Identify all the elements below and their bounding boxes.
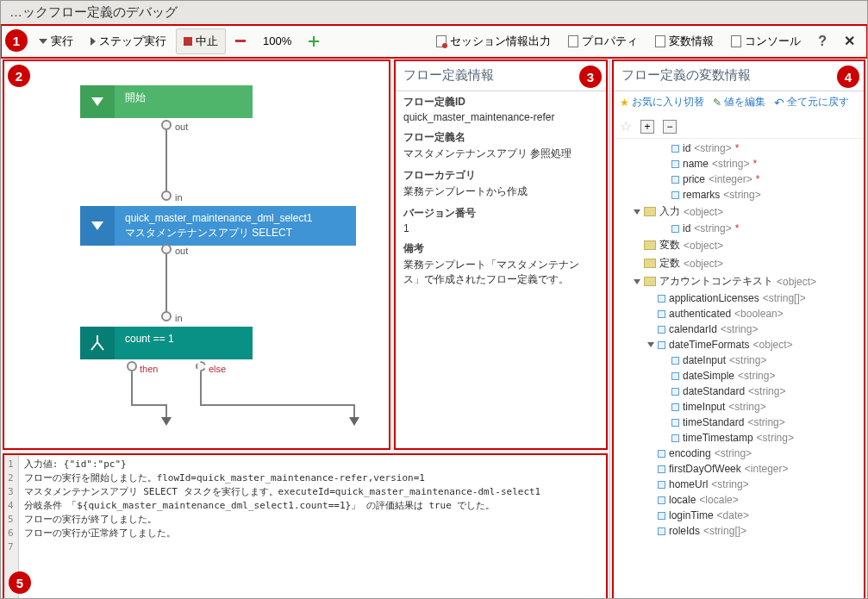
session-button[interactable]: セッション情報出力 — [428, 28, 559, 54]
field-icon — [671, 419, 679, 427]
tree-item[interactable]: timeStandard <string> — [613, 415, 865, 430]
connector[interactable] — [127, 361, 137, 371]
connector[interactable] — [196, 361, 206, 371]
collapse-all-button[interactable]: − — [663, 120, 677, 134]
field-icon — [658, 465, 665, 473]
tree-item[interactable]: name <string> * — [613, 156, 865, 172]
connector[interactable] — [161, 120, 172, 130]
variable-tree[interactable]: id <string> *name <string> *price <integ… — [613, 139, 865, 599]
zoom-out-button[interactable] — [228, 34, 253, 47]
field-icon — [658, 481, 665, 489]
dropdown-icon — [39, 39, 47, 44]
reset-all-link[interactable]: ↶全て元に戻す — [774, 95, 849, 109]
annotation-1: 1 — [5, 29, 28, 52]
flow-line — [131, 371, 133, 406]
tree-item[interactable]: encoding <string> — [613, 446, 865, 461]
annotation-4: 4 — [837, 66, 859, 88]
folder-icon — [644, 277, 656, 286]
port-out: out — [175, 122, 188, 132]
zoom-level[interactable]: 100% — [255, 29, 299, 53]
tree-item[interactable]: dateStandard <string> — [613, 384, 865, 399]
field-icon — [658, 341, 665, 349]
annotation-5: 5 — [9, 571, 31, 594]
variables-panel: 4 フロー定義の変数情報 ★お気に入り切替 ✎値を編集 ↶全て元に戻す ☆ + … — [612, 59, 865, 599]
arrow-head — [161, 417, 172, 426]
properties-icon — [568, 35, 578, 47]
node-select[interactable]: quick_master_maintenance_dml_select1マスタメ… — [80, 206, 356, 246]
flow-line — [200, 404, 355, 406]
tree-item[interactable]: id <string> * — [613, 221, 865, 236]
field-icon — [658, 496, 665, 504]
tree-item[interactable]: dateTimeFormats <object> — [613, 337, 865, 353]
port-then: then — [140, 364, 158, 374]
tree-item[interactable]: locale <locale> — [613, 492, 865, 508]
tree-item[interactable]: loginTime <date> — [613, 508, 865, 523]
tree-item[interactable]: アカウントコンテキスト <object> — [613, 272, 865, 290]
zoom-in-button[interactable] — [301, 31, 327, 52]
field-icon — [671, 388, 679, 396]
tree-twisty[interactable] — [647, 342, 654, 347]
port-in: in — [175, 192, 183, 203]
annotation-3: 3 — [579, 66, 602, 88]
step-icon — [91, 37, 96, 46]
tree-twisty[interactable] — [634, 209, 640, 215]
folder-icon — [644, 259, 656, 268]
tree-item[interactable]: dateSimple <string> — [613, 368, 865, 384]
tree-twisty[interactable] — [634, 279, 640, 284]
console-button[interactable]: コンソール — [723, 28, 809, 54]
edit-value-link[interactable]: ✎値を編集 — [713, 95, 765, 109]
folder-icon — [644, 240, 656, 250]
connector[interactable] — [161, 244, 172, 254]
tree-item[interactable]: 変数 <object> — [613, 236, 865, 254]
close-icon: ✕ — [844, 33, 855, 49]
stop-button[interactable]: 中止 — [176, 28, 226, 54]
field-icon — [671, 145, 679, 153]
tree-item[interactable]: id <string> * — [613, 140, 865, 156]
tree-item[interactable]: remarks <string> — [613, 187, 865, 203]
pencil-icon: ✎ — [713, 97, 721, 109]
connector[interactable] — [161, 190, 172, 201]
field-icon — [658, 512, 665, 520]
help-button[interactable]: ? — [810, 28, 834, 54]
tree-item[interactable]: homeUrl <string> — [613, 477, 865, 492]
tree-item[interactable]: timeTimestamp <string> — [613, 430, 865, 446]
session-icon — [436, 35, 446, 47]
star-outline-icon[interactable]: ☆ — [620, 118, 632, 134]
flow-info-panel: 3 フロー定義情報 フロー定義IDquick_master_maintenanc… — [394, 59, 608, 450]
tree-item[interactable]: roleIds <string[]> — [613, 523, 865, 539]
flow-line — [131, 404, 167, 406]
step-button[interactable]: ステップ実行 — [83, 28, 174, 54]
flow-canvas[interactable]: 2 開始 out in quick_master_maintena — [3, 59, 390, 450]
field-icon — [671, 160, 679, 168]
node-start[interactable]: 開始 — [80, 85, 253, 118]
tree-item[interactable]: timeInput <string> — [613, 399, 865, 415]
console-body[interactable]: 入力値: {"id":"pc"}フローの実行を開始しました。flowId=qui… — [19, 454, 546, 599]
tree-item[interactable]: authenticated <boolean> — [613, 306, 865, 321]
tree-item[interactable]: firstDayOfWeek <integer> — [613, 461, 865, 477]
close-button[interactable]: ✕ — [836, 28, 863, 54]
expand-all-button[interactable]: + — [640, 120, 654, 134]
field-icon — [658, 310, 665, 318]
properties-button[interactable]: プロパティ — [560, 28, 646, 54]
tree-item[interactable]: 定数 <object> — [613, 254, 865, 272]
tree-item[interactable]: 入力 <object> — [613, 203, 865, 221]
field-icon — [658, 527, 665, 535]
node-condition[interactable]: count == 1 — [80, 327, 253, 359]
port-else: else — [209, 364, 226, 374]
run-button[interactable]: 実行 — [31, 28, 81, 54]
task-icon — [91, 222, 103, 230]
variables-button[interactable]: 変数情報 — [647, 28, 721, 54]
console-panel: 5 1234567 入力値: {"id":"pc"}フローの実行を開始しました。… — [3, 453, 608, 599]
tree-item[interactable]: price <integer> * — [613, 172, 865, 187]
tree-item[interactable]: dateInput <string> — [613, 353, 865, 368]
favorite-toggle[interactable]: ★お気に入り切替 — [620, 95, 704, 109]
tree-item[interactable]: applicationLicenses <string[]> — [613, 290, 865, 306]
help-icon: ? — [818, 34, 827, 49]
field-icon — [671, 176, 679, 184]
tree-item[interactable]: calendarId <string> — [613, 321, 865, 337]
field-icon — [671, 191, 679, 199]
plus-icon — [309, 36, 319, 47]
connector[interactable] — [161, 311, 172, 321]
port-in: in — [175, 313, 183, 323]
panel-title: フロー定義の変数情報 — [613, 60, 865, 91]
